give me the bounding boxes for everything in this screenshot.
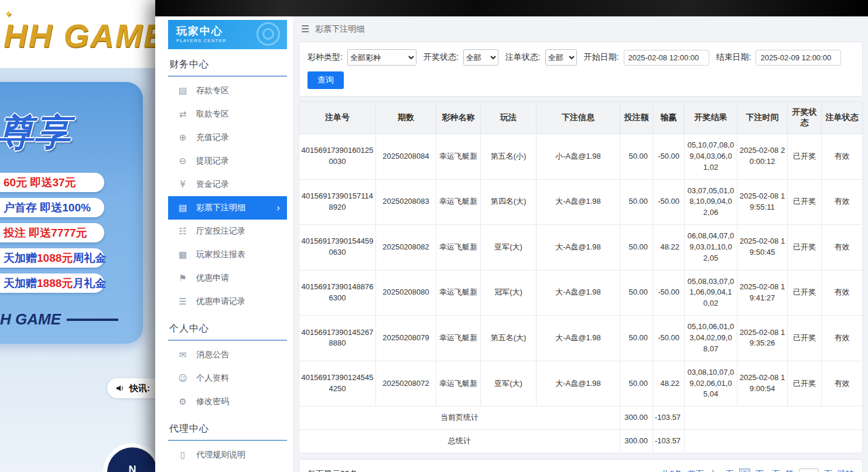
start-date-label: 开始日期: — [584, 52, 619, 63]
order-no-cell: 401569173901488766300 — [299, 270, 376, 316]
order-status-cell: 有效 — [822, 316, 863, 361]
draw-status-cell: 已开奖 — [788, 316, 822, 361]
summary-row: 当前页统计300.00-103.57 — [299, 406, 863, 430]
sidebar-item-message[interactable]: ✉消息公告 — [168, 343, 287, 367]
draw-status-label: 开奖状态: — [423, 52, 459, 63]
sidebar-item-withdraw[interactable]: ⇄取款专区 — [168, 102, 287, 126]
sparkle-icon: ✦ — [5, 8, 13, 19]
lottery-type-select[interactable]: 全部彩种 — [347, 49, 416, 66]
draw-result-cell: 03,08,10,07,09,02,06,01,05,04 — [685, 361, 737, 406]
deposit-card-icon: ▤ — [177, 85, 188, 96]
column-header: 彩种名称 — [436, 102, 481, 134]
first-page-link[interactable]: 首页 — [688, 469, 704, 472]
bet-info-cell: 大-A盘@1.98 — [536, 316, 620, 361]
bet-amount-cell: 50.00 — [620, 179, 653, 225]
column-header: 投注额 — [620, 102, 653, 134]
window-topbar — [155, 0, 868, 16]
summary-row: 总统计300.00-103.57 — [299, 430, 863, 453]
jump-label-after: 页 — [824, 469, 832, 472]
funds-record-icon: ¥ — [177, 179, 188, 190]
draw-result-cell: 05,10,07,08,09,04,03,06,01,02 — [685, 134, 737, 180]
play-type-cell: 第五名(小) — [481, 134, 536, 180]
sidebar-item-team-stats[interactable]: ▥代理团队统计 — [168, 467, 287, 472]
play-type-cell: 亚军(大) — [481, 225, 536, 271]
sidebar-item-cashout-record[interactable]: ⊖提现记录 — [168, 149, 287, 173]
pager: 共6条 首页 上一页 1 下一页 第 页 跳转 — [661, 468, 854, 472]
total-count: 共6条 — [661, 469, 682, 472]
column-header: 注单状态 — [822, 102, 863, 134]
win-loss-cell: -50.00 — [653, 316, 685, 361]
current-page[interactable]: 1 — [739, 468, 750, 472]
content-area: ☰ 彩票下注明细 彩种类型: 全部彩种 开奖状态: 全部 注单状态: 全部 开始… — [293, 16, 868, 472]
bet-time-cell: 2025-02-08 20:00:12 — [737, 134, 788, 180]
summary-win-loss-cell: -103.57 — [653, 430, 685, 453]
order-no-cell: 401569173901601250030 — [299, 134, 376, 180]
lottery-bet-detail-icon: ▤ — [177, 203, 188, 213]
period-cell: 20250208079 — [376, 316, 436, 361]
summary-bet-amount-cell: 300.00 — [620, 406, 653, 430]
sidebar-item-promo-record[interactable]: ☰优惠申请记录 — [168, 290, 287, 313]
win-loss-cell: -50.00 — [653, 179, 685, 225]
withdraw-icon: ⇄ — [177, 109, 188, 119]
jump-label-before: 第 — [785, 469, 794, 472]
jump-button[interactable]: 跳转 — [838, 469, 854, 472]
draw-status-cell: 已开奖 — [788, 361, 822, 406]
jump-page-input[interactable] — [799, 468, 819, 472]
sidebar-item-promo-apply[interactable]: ⚑优惠申请 — [168, 266, 287, 290]
order-no-cell: 401569173901245454250 — [299, 361, 376, 406]
sidebar-item-funds-record[interactable]: ¥资金记录 — [168, 173, 287, 196]
end-date-input[interactable] — [756, 50, 841, 66]
draw-status-cell: 已开奖 — [788, 225, 822, 271]
target-icon — [257, 22, 280, 46]
sidebar: 玩家中心 PLAYERS CENTER 财务中心▤存款专区⇄取款专区⊕充值记录⊖… — [155, 16, 293, 472]
promo-banner: 尊享 60元 即送37元户首存 即送100%投注 即送7777元天加赠1088元… — [0, 82, 143, 344]
promo-apply-icon: ⚑ — [177, 273, 188, 283]
promo-pill-list: 60元 即送37元户首存 即送100%投注 即送7777元天加赠1088元周礼金… — [0, 173, 104, 293]
sidebar-item-hall-bet-record[interactable]: ☷厅室投注记录 — [168, 220, 287, 243]
bet-time-cell: 2025-02-08 19:41:27 — [737, 270, 788, 316]
sidebar-item-recharge-record[interactable]: ⊕充值记录 — [168, 126, 287, 149]
column-header: 开奖结果 — [685, 102, 737, 134]
promo-footer-text: H GAME — [0, 310, 61, 329]
column-header: 注单号 — [299, 102, 376, 134]
promo-pill: 60元 即送37元 — [0, 173, 104, 192]
sidebar-item-user[interactable]: ☺个人资料 — [168, 367, 287, 390]
play-type-cell: 亚军(大) — [481, 361, 536, 406]
sidebar-item-gear[interactable]: ⚙修改密码 — [168, 390, 287, 413]
search-button[interactable]: 查询 — [307, 71, 344, 89]
lottery-name-cell: 幸运飞艇新 — [436, 179, 481, 225]
next-page-link[interactable]: 下一页 — [756, 469, 780, 472]
bet-amount-cell: 50.00 — [620, 134, 653, 180]
period-cell: 20250208083 — [376, 179, 436, 225]
sidebar-item-label: 厅室投注记录 — [196, 226, 245, 237]
table-row: 40156917390154459063020250208082幸运飞艇新亚军(… — [299, 225, 863, 271]
draw-status-select[interactable]: 全部 — [463, 49, 498, 66]
sidebar-item-label: 存款专区 — [196, 85, 229, 96]
sidebar-item-label: 取款专区 — [196, 109, 229, 119]
order-status-select[interactable]: 全部 — [545, 49, 577, 66]
prev-page-link[interactable]: 上一页 — [709, 469, 734, 472]
order-status-cell: 有效 — [822, 225, 863, 271]
sidebar-item-lottery-bet-detail[interactable]: ▤彩票下注明细› — [168, 196, 287, 220]
bet-info-cell: 大-A盘@1.98 — [536, 179, 620, 225]
column-header: 开奖状态 — [788, 102, 822, 134]
sidebar-item-label: 修改密码 — [196, 396, 229, 407]
sidebar-item-player-report[interactable]: ▦玩家投注报表 — [168, 243, 287, 266]
draw-status-cell: 已开奖 — [788, 270, 822, 316]
sidebar-item-label: 玩家投注报表 — [196, 249, 245, 260]
end-date-label: 结束日期: — [716, 52, 751, 63]
bet-amount-cell: 50.00 — [620, 270, 653, 316]
menu-icon[interactable]: ☰ — [301, 23, 309, 35]
sidebar-item-label: 充值记录 — [196, 132, 229, 143]
sidebar-item-document[interactable]: ▯代理规则说明 — [168, 443, 287, 467]
start-date-input[interactable] — [624, 50, 709, 66]
news-ticker-label: 快讯: — [129, 383, 150, 394]
order-no-cell: 401569173901571148920 — [299, 179, 376, 225]
bet-time-cell: 2025-02-08 19:55:11 — [737, 179, 788, 225]
bet-info-cell: 大-A盘@1.98 — [536, 270, 620, 316]
lottery-name-cell: 幸运飞艇新 — [436, 270, 481, 316]
sidebar-item-label: 资金记录 — [196, 179, 229, 190]
order-status-cell: 有效 — [822, 179, 863, 225]
table-row: 40156917390157114892020250208083幸运飞艇新第四名… — [299, 179, 863, 225]
sidebar-item-deposit-card[interactable]: ▤存款专区 — [168, 79, 287, 102]
